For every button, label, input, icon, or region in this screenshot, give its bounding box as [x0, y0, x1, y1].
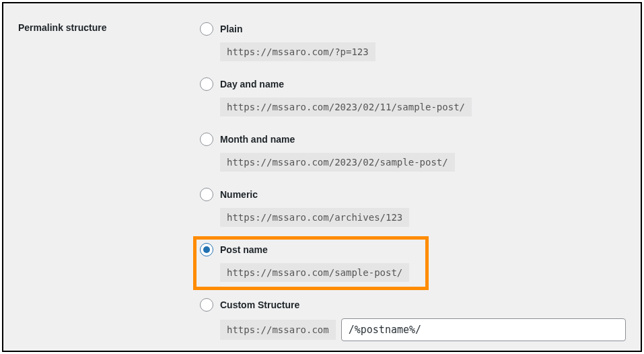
radio-label-post-name: Post name [220, 244, 268, 255]
radio-post-name[interactable] [200, 243, 213, 256]
radio-label-day-name: Day and name [220, 79, 284, 90]
permalink-option-month-name[interactable]: Month and name https://mssaro.com/2023/0… [200, 133, 626, 172]
custom-structure-input[interactable] [341, 318, 626, 341]
permalink-option-day-name[interactable]: Day and name https://mssaro.com/2023/02/… [200, 77, 626, 116]
permalink-options: Plain https://mssaro.com/?p=123 Day and … [200, 22, 626, 344]
permalink-option-plain[interactable]: Plain https://mssaro.com/?p=123 [200, 22, 626, 61]
radio-label-month-name: Month and name [220, 134, 295, 145]
example-plain: https://mssaro.com/?p=123 [220, 42, 375, 61]
radio-custom[interactable] [200, 298, 213, 312]
example-post-name: https://mssaro.com/sample-post/ [220, 263, 409, 282]
permalink-option-post-name[interactable]: Post name https://mssaro.com/sample-post… [200, 243, 626, 282]
radio-numeric[interactable] [200, 188, 213, 201]
custom-prefix: https://mssaro.com [220, 320, 336, 340]
example-day-name: https://mssaro.com/2023/02/11/sample-pos… [220, 98, 472, 116]
radio-month-name[interactable] [200, 133, 213, 146]
permalink-option-numeric[interactable]: Numeric https://mssaro.com/archives/123 [200, 188, 626, 227]
permalink-option-custom[interactable]: Custom Structure https://mssaro.com [200, 298, 626, 341]
section-label: Permalink structure [18, 22, 200, 344]
radio-label-plain: Plain [220, 24, 242, 34]
example-month-name: https://mssaro.com/2023/02/sample-post/ [220, 153, 455, 172]
example-numeric: https://mssaro.com/archives/123 [220, 208, 409, 227]
radio-day-name[interactable] [200, 77, 213, 91]
radio-plain[interactable] [200, 22, 213, 36]
radio-label-numeric: Numeric [220, 189, 258, 200]
radio-label-custom: Custom Structure [220, 299, 299, 310]
